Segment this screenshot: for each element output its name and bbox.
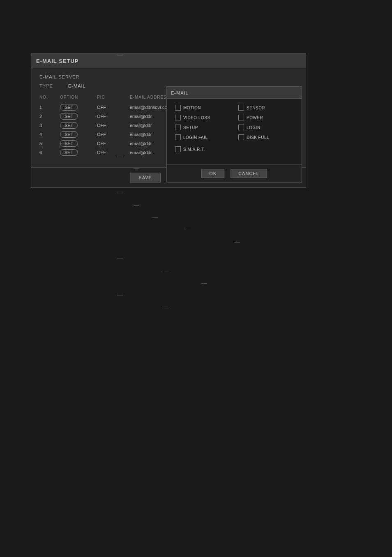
dash-decor-11: — (117, 255, 123, 261)
overlay-cancel-button[interactable]: CANCEL (231, 169, 267, 178)
dash-decor-14: — (117, 292, 123, 298)
checkbox-label-setup: SETUP (183, 125, 198, 130)
server-label: E-MAIL SERVER (39, 74, 297, 79)
row-4-pic: OFF (97, 132, 130, 137)
row-4-no: 4 (39, 132, 60, 137)
row-6-no: 6 (39, 150, 60, 155)
checkbox-sensor[interactable]: SENSOR (238, 105, 293, 111)
dash-decor-2: — (60, 140, 65, 146)
checkbox-box-setup[interactable] (175, 125, 181, 130)
checkbox-label-disk-full: DISK FULL (247, 135, 269, 140)
dash-decor-13: — (201, 280, 207, 286)
checkbox-video-loss[interactable]: VIDEO LOSS (175, 115, 230, 120)
dash-decor-3: — (117, 152, 123, 159)
checkbox-login[interactable]: LOGIN (238, 125, 293, 130)
set-button-2[interactable]: SET (60, 113, 78, 120)
overlay-footer: OK CANCEL (167, 164, 302, 182)
col-no: NO. (39, 95, 60, 99)
checkbox-smart[interactable]: S.M.A.R.T. (175, 146, 293, 152)
row-5-option: SET (60, 140, 97, 147)
checkbox-box-power[interactable] (238, 115, 244, 120)
set-button-4[interactable]: SET (60, 131, 78, 138)
set-button-1[interactable]: SET (60, 104, 78, 111)
ok-button[interactable]: OK (201, 169, 224, 178)
checkbox-box-disk-full[interactable] (238, 134, 244, 140)
row-6-pic: OFF (97, 150, 130, 155)
overlay-title: E-MAIL (171, 90, 189, 95)
checkbox-label-power: POWER (247, 116, 263, 120)
checkbox-login-fail[interactable]: LOGIN FAIL (175, 134, 230, 140)
row-4-option: SET (60, 131, 97, 138)
checkbox-box-video-loss[interactable] (175, 115, 181, 120)
row-5-no: 5 (39, 141, 60, 146)
checkbox-box-login[interactable] (238, 125, 244, 130)
overlay-body: MOTION SENSOR VIDEO LOSS POWER SETUP (167, 99, 302, 164)
dash-decor-7: — (134, 201, 139, 208)
row-1-no: 1 (39, 105, 60, 110)
row-1-option[interactable]: SET (60, 104, 97, 111)
checkbox-motion[interactable]: MOTION (175, 105, 230, 111)
row-3-no: 3 (39, 123, 60, 128)
dash-decor-8: — (152, 214, 158, 220)
checkbox-grid: MOTION SENSOR VIDEO LOSS POWER SETUP (175, 105, 293, 140)
save-button[interactable]: SAVE (130, 173, 161, 183)
row-5-pic: OFF (97, 141, 130, 146)
row-2-pic: OFF (97, 114, 130, 119)
dash-decor-10: — (234, 238, 240, 245)
checkbox-box-motion[interactable] (175, 105, 181, 111)
row-3-option: SET (60, 122, 97, 129)
dash-decor-9: — (185, 226, 191, 233)
dash-decor-4: — (134, 164, 139, 171)
row-6-option: SET (60, 149, 97, 156)
checkbox-label-motion: MOTION (183, 106, 201, 110)
dash-decor-12: — (162, 267, 168, 274)
col-option: OPTION (60, 95, 97, 99)
checkbox-disk-full[interactable]: DISK FULL (238, 134, 293, 140)
row-1-pic: OFF (97, 105, 130, 110)
dash-decor-15: — (162, 304, 168, 311)
checkbox-box-login-fail[interactable] (175, 134, 181, 140)
checkbox-label-sensor: SENSOR (247, 106, 265, 110)
row-3-pic: OFF (97, 123, 130, 128)
checkbox-setup[interactable]: SETUP (175, 125, 230, 130)
overlay-title-bar: E-MAIL (167, 87, 302, 99)
checkbox-label-smart: S.M.A.R.T. (183, 147, 205, 152)
checkbox-label-video-loss: VIDEO LOSS (183, 116, 210, 120)
checkbox-box-sensor[interactable] (238, 105, 244, 111)
row-2-no: 2 (39, 114, 60, 119)
email-overlay-dialog: E-MAIL MOTION SENSOR VIDEO LOSS POWER (166, 86, 302, 183)
dialog-title-bar: E-MAIL SETUP (31, 54, 306, 68)
checkbox-box-smart[interactable] (175, 146, 181, 152)
type-key: TYPE (39, 83, 60, 88)
dash-decor-6: — (117, 189, 123, 196)
set-button-6[interactable]: SET (60, 149, 78, 156)
dash-decor-1: — (117, 52, 123, 58)
row-2-option: SET (60, 113, 97, 120)
type-value: E-MAIL (68, 83, 86, 88)
col-pic: PIC (97, 95, 130, 99)
set-button-3[interactable]: SET (60, 122, 78, 129)
dialog-title: E-MAIL SETUP (36, 58, 79, 64)
checkbox-power[interactable]: POWER (238, 115, 293, 120)
checkbox-label-login: LOGIN (247, 125, 261, 130)
checkbox-label-login-fail: LOGIN FAIL (183, 135, 208, 140)
